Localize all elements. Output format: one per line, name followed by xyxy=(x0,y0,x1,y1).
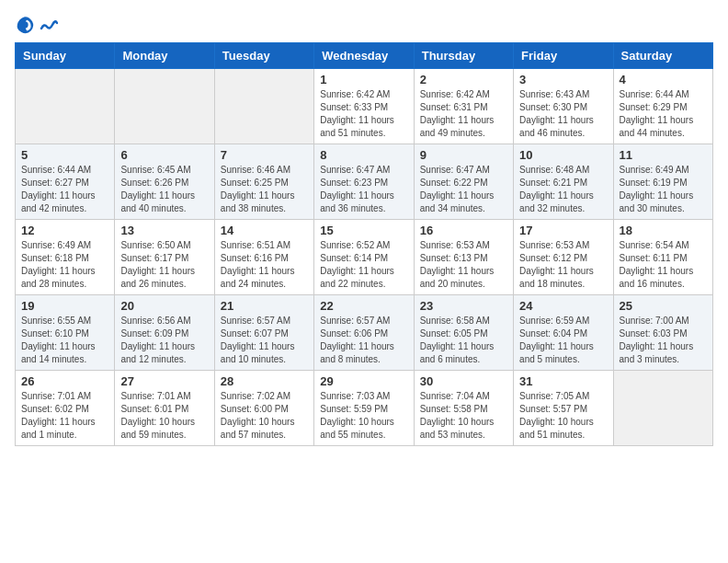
day-number: 26 xyxy=(21,374,108,388)
day-number: 15 xyxy=(320,224,407,237)
logo-icon xyxy=(15,15,35,35)
day-number: 13 xyxy=(120,224,208,237)
calendar-cell: 16Sunrise: 6:53 AM Sunset: 6:13 PM Dayli… xyxy=(414,220,513,295)
calendar-cell: 19Sunrise: 6:55 AM Sunset: 6:10 PM Dayli… xyxy=(16,295,115,371)
calendar-cell: 18Sunrise: 6:54 AM Sunset: 6:11 PM Dayli… xyxy=(613,220,712,295)
day-info: Sunrise: 7:02 AM Sunset: 6:00 PM Dayligh… xyxy=(221,390,308,442)
day-info: Sunrise: 6:51 AM Sunset: 6:16 PM Dayligh… xyxy=(221,239,308,291)
day-info: Sunrise: 6:52 AM Sunset: 6:14 PM Dayligh… xyxy=(320,239,407,291)
day-info: Sunrise: 6:45 AM Sunset: 6:26 PM Dayligh… xyxy=(120,164,208,215)
day-info: Sunrise: 6:50 AM Sunset: 6:17 PM Dayligh… xyxy=(120,239,208,291)
day-info: Sunrise: 6:47 AM Sunset: 6:22 PM Dayligh… xyxy=(420,164,507,215)
day-info: Sunrise: 6:43 AM Sunset: 6:30 PM Dayligh… xyxy=(519,88,607,140)
day-number: 9 xyxy=(420,148,507,162)
day-number: 8 xyxy=(320,148,407,162)
day-info: Sunrise: 6:54 AM Sunset: 6:11 PM Dayligh… xyxy=(620,239,707,291)
day-number: 2 xyxy=(420,73,507,86)
day-info: Sunrise: 6:49 AM Sunset: 6:18 PM Dayligh… xyxy=(21,239,108,291)
calendar-cell: 30Sunrise: 7:04 AM Sunset: 5:58 PM Dayli… xyxy=(414,371,513,446)
calendar-week-row: 26Sunrise: 7:01 AM Sunset: 6:02 PM Dayli… xyxy=(16,371,713,446)
calendar-cell: 24Sunrise: 6:59 AM Sunset: 6:04 PM Dayli… xyxy=(514,295,613,371)
day-header-thursday: Thursday xyxy=(414,43,513,69)
logo-text xyxy=(39,16,58,34)
day-info: Sunrise: 7:00 AM Sunset: 6:03 PM Dayligh… xyxy=(620,315,707,366)
calendar-cell: 2Sunrise: 6:42 AM Sunset: 6:31 PM Daylig… xyxy=(414,69,513,144)
calendar-cell: 12Sunrise: 6:49 AM Sunset: 6:18 PM Dayli… xyxy=(16,220,115,295)
calendar-cell: 23Sunrise: 6:58 AM Sunset: 6:05 PM Dayli… xyxy=(414,295,513,371)
day-info: Sunrise: 6:53 AM Sunset: 6:12 PM Dayligh… xyxy=(519,239,607,291)
day-info: Sunrise: 6:44 AM Sunset: 6:27 PM Dayligh… xyxy=(21,164,108,215)
calendar-cell: 7Sunrise: 6:46 AM Sunset: 6:25 PM Daylig… xyxy=(214,144,313,220)
day-info: Sunrise: 6:44 AM Sunset: 6:29 PM Dayligh… xyxy=(620,88,707,140)
day-info: Sunrise: 6:59 AM Sunset: 6:04 PM Dayligh… xyxy=(519,315,607,366)
calendar-cell: 4Sunrise: 6:44 AM Sunset: 6:29 PM Daylig… xyxy=(613,69,712,144)
day-number: 30 xyxy=(420,374,507,388)
calendar-week-row: 1Sunrise: 6:42 AM Sunset: 6:33 PM Daylig… xyxy=(16,69,713,144)
calendar-cell: 25Sunrise: 7:00 AM Sunset: 6:03 PM Dayli… xyxy=(613,295,712,371)
day-header-monday: Monday xyxy=(115,43,214,69)
day-number: 5 xyxy=(21,148,108,162)
calendar-cell: 20Sunrise: 6:56 AM Sunset: 6:09 PM Dayli… xyxy=(115,295,214,371)
day-number: 22 xyxy=(320,299,407,313)
calendar-cell: 9Sunrise: 6:47 AM Sunset: 6:22 PM Daylig… xyxy=(414,144,513,220)
calendar-week-row: 19Sunrise: 6:55 AM Sunset: 6:10 PM Dayli… xyxy=(16,295,713,371)
day-number: 7 xyxy=(221,148,308,162)
day-header-sunday: Sunday xyxy=(16,43,115,69)
day-number: 16 xyxy=(420,224,507,237)
day-info: Sunrise: 6:42 AM Sunset: 6:31 PM Dayligh… xyxy=(420,88,507,140)
day-number: 14 xyxy=(221,224,308,237)
logo xyxy=(15,15,58,35)
day-info: Sunrise: 6:49 AM Sunset: 6:19 PM Dayligh… xyxy=(620,164,707,215)
calendar-week-row: 5Sunrise: 6:44 AM Sunset: 6:27 PM Daylig… xyxy=(16,144,713,220)
day-info: Sunrise: 6:56 AM Sunset: 6:09 PM Dayligh… xyxy=(120,315,208,366)
day-header-saturday: Saturday xyxy=(613,43,712,69)
day-info: Sunrise: 7:01 AM Sunset: 6:02 PM Dayligh… xyxy=(21,390,108,442)
calendar-cell: 27Sunrise: 7:01 AM Sunset: 6:01 PM Dayli… xyxy=(115,371,214,446)
calendar-cell: 6Sunrise: 6:45 AM Sunset: 6:26 PM Daylig… xyxy=(115,144,214,220)
day-number: 21 xyxy=(221,299,308,313)
day-header-wednesday: Wednesday xyxy=(314,43,414,69)
day-header-tuesday: Tuesday xyxy=(214,43,313,69)
day-number: 23 xyxy=(420,299,507,313)
calendar-cell: 17Sunrise: 6:53 AM Sunset: 6:12 PM Dayli… xyxy=(514,220,613,295)
calendar-cell: 28Sunrise: 7:02 AM Sunset: 6:00 PM Dayli… xyxy=(214,371,313,446)
calendar-cell: 29Sunrise: 7:03 AM Sunset: 5:59 PM Dayli… xyxy=(314,371,414,446)
day-info: Sunrise: 7:03 AM Sunset: 5:59 PM Dayligh… xyxy=(320,390,407,442)
day-number: 6 xyxy=(120,148,208,162)
day-info: Sunrise: 7:05 AM Sunset: 5:57 PM Dayligh… xyxy=(519,390,607,442)
calendar-week-row: 12Sunrise: 6:49 AM Sunset: 6:18 PM Dayli… xyxy=(16,220,713,295)
day-info: Sunrise: 6:47 AM Sunset: 6:23 PM Dayligh… xyxy=(320,164,407,215)
calendar-cell: 31Sunrise: 7:05 AM Sunset: 5:57 PM Dayli… xyxy=(514,371,613,446)
day-number: 4 xyxy=(620,73,707,86)
day-info: Sunrise: 6:57 AM Sunset: 6:06 PM Dayligh… xyxy=(320,315,407,366)
calendar-cell: 15Sunrise: 6:52 AM Sunset: 6:14 PM Dayli… xyxy=(314,220,414,295)
day-info: Sunrise: 7:01 AM Sunset: 6:01 PM Dayligh… xyxy=(120,390,208,442)
day-info: Sunrise: 6:46 AM Sunset: 6:25 PM Dayligh… xyxy=(221,164,308,215)
day-number: 19 xyxy=(21,299,108,313)
logo-wave-icon xyxy=(40,16,58,34)
day-info: Sunrise: 6:48 AM Sunset: 6:21 PM Dayligh… xyxy=(519,164,607,215)
calendar-cell xyxy=(115,69,214,144)
day-header-friday: Friday xyxy=(514,43,613,69)
calendar-header-row: SundayMondayTuesdayWednesdayThursdayFrid… xyxy=(16,43,713,69)
day-number: 24 xyxy=(519,299,607,313)
calendar-cell: 10Sunrise: 6:48 AM Sunset: 6:21 PM Dayli… xyxy=(514,144,613,220)
day-number: 27 xyxy=(120,374,208,388)
calendar-cell: 21Sunrise: 6:57 AM Sunset: 6:07 PM Dayli… xyxy=(214,295,313,371)
day-info: Sunrise: 6:42 AM Sunset: 6:33 PM Dayligh… xyxy=(320,88,407,140)
day-info: Sunrise: 6:55 AM Sunset: 6:10 PM Dayligh… xyxy=(21,315,108,366)
calendar-table: SundayMondayTuesdayWednesdayThursdayFrid… xyxy=(15,42,713,446)
day-number: 29 xyxy=(320,374,407,388)
day-info: Sunrise: 6:58 AM Sunset: 6:05 PM Dayligh… xyxy=(420,315,507,366)
day-number: 28 xyxy=(221,374,308,388)
calendar-cell: 13Sunrise: 6:50 AM Sunset: 6:17 PM Dayli… xyxy=(115,220,214,295)
calendar-cell xyxy=(613,371,712,446)
day-number: 20 xyxy=(120,299,208,313)
day-number: 25 xyxy=(620,299,707,313)
calendar-cell: 8Sunrise: 6:47 AM Sunset: 6:23 PM Daylig… xyxy=(314,144,414,220)
day-number: 10 xyxy=(519,148,607,162)
calendar-cell xyxy=(16,69,115,144)
day-number: 3 xyxy=(519,73,607,86)
day-number: 12 xyxy=(21,224,108,237)
day-number: 17 xyxy=(519,224,607,237)
